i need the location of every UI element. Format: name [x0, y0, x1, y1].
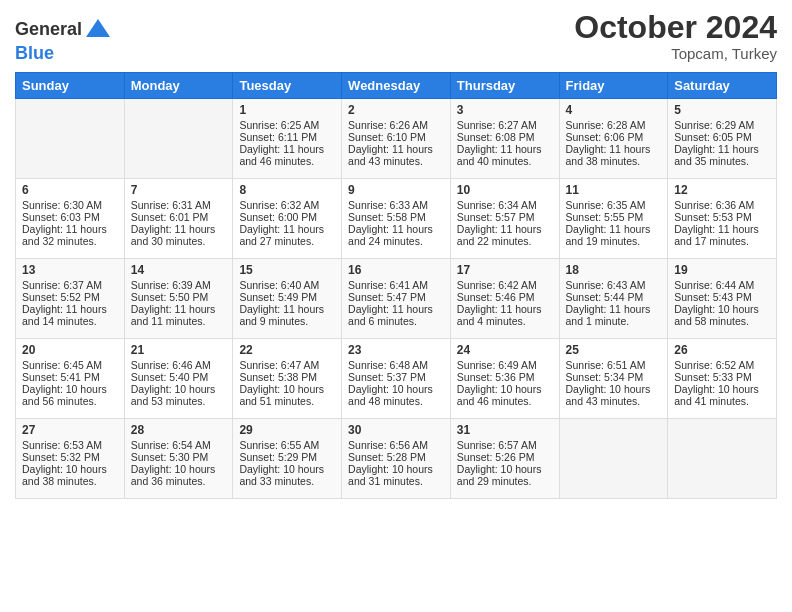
calendar-header-monday: Monday	[124, 73, 233, 99]
day-number: 10	[457, 183, 553, 197]
calendar-cell: 17Sunrise: 6:42 AMSunset: 5:46 PMDayligh…	[450, 259, 559, 339]
day-info: Sunrise: 6:39 AM	[131, 279, 227, 291]
day-info: Daylight: 11 hours and 38 minutes.	[566, 143, 662, 167]
day-info: Sunset: 5:49 PM	[239, 291, 335, 303]
day-info: Daylight: 11 hours and 17 minutes.	[674, 223, 770, 247]
day-info: Sunset: 5:40 PM	[131, 371, 227, 383]
day-info: Sunset: 5:50 PM	[131, 291, 227, 303]
day-info: Sunrise: 6:29 AM	[674, 119, 770, 131]
day-info: Sunrise: 6:53 AM	[22, 439, 118, 451]
day-info: Sunset: 5:57 PM	[457, 211, 553, 223]
day-info: Sunset: 5:47 PM	[348, 291, 444, 303]
day-info: Sunset: 5:44 PM	[566, 291, 662, 303]
day-number: 23	[348, 343, 444, 357]
calendar-cell: 29Sunrise: 6:55 AMSunset: 5:29 PMDayligh…	[233, 419, 342, 499]
day-info: Sunrise: 6:44 AM	[674, 279, 770, 291]
logo-general-text: General	[15, 19, 82, 40]
logo-icon	[84, 15, 112, 43]
calendar-week-2: 6Sunrise: 6:30 AMSunset: 6:03 PMDaylight…	[16, 179, 777, 259]
day-info: Daylight: 11 hours and 24 minutes.	[348, 223, 444, 247]
day-info: Daylight: 11 hours and 22 minutes.	[457, 223, 553, 247]
day-number: 27	[22, 423, 118, 437]
day-info: Daylight: 10 hours and 31 minutes.	[348, 463, 444, 487]
day-info: Sunrise: 6:34 AM	[457, 199, 553, 211]
calendar-cell: 27Sunrise: 6:53 AMSunset: 5:32 PMDayligh…	[16, 419, 125, 499]
day-info: Daylight: 11 hours and 32 minutes.	[22, 223, 118, 247]
day-info: Daylight: 11 hours and 46 minutes.	[239, 143, 335, 167]
day-info: Sunrise: 6:33 AM	[348, 199, 444, 211]
calendar-week-4: 20Sunrise: 6:45 AMSunset: 5:41 PMDayligh…	[16, 339, 777, 419]
day-info: Sunrise: 6:26 AM	[348, 119, 444, 131]
day-info: Sunrise: 6:43 AM	[566, 279, 662, 291]
day-number: 7	[131, 183, 227, 197]
day-number: 17	[457, 263, 553, 277]
calendar-cell	[559, 419, 668, 499]
day-number: 2	[348, 103, 444, 117]
day-info: Sunset: 5:37 PM	[348, 371, 444, 383]
day-info: Daylight: 11 hours and 19 minutes.	[566, 223, 662, 247]
calendar-week-1: 1Sunrise: 6:25 AMSunset: 6:11 PMDaylight…	[16, 99, 777, 179]
day-info: Daylight: 10 hours and 53 minutes.	[131, 383, 227, 407]
day-number: 6	[22, 183, 118, 197]
day-info: Sunset: 5:36 PM	[457, 371, 553, 383]
day-info: Sunrise: 6:45 AM	[22, 359, 118, 371]
calendar-cell: 30Sunrise: 6:56 AMSunset: 5:28 PMDayligh…	[342, 419, 451, 499]
calendar-cell: 15Sunrise: 6:40 AMSunset: 5:49 PMDayligh…	[233, 259, 342, 339]
day-number: 3	[457, 103, 553, 117]
day-number: 28	[131, 423, 227, 437]
day-number: 13	[22, 263, 118, 277]
calendar-cell: 26Sunrise: 6:52 AMSunset: 5:33 PMDayligh…	[668, 339, 777, 419]
day-info: Sunset: 6:05 PM	[674, 131, 770, 143]
day-info: Sunset: 5:26 PM	[457, 451, 553, 463]
day-info: Sunrise: 6:28 AM	[566, 119, 662, 131]
calendar-header-tuesday: Tuesday	[233, 73, 342, 99]
day-info: Daylight: 10 hours and 46 minutes.	[457, 383, 553, 407]
calendar-cell: 7Sunrise: 6:31 AMSunset: 6:01 PMDaylight…	[124, 179, 233, 259]
day-info: Sunset: 5:58 PM	[348, 211, 444, 223]
calendar-cell: 8Sunrise: 6:32 AMSunset: 6:00 PMDaylight…	[233, 179, 342, 259]
day-info: Sunset: 6:06 PM	[566, 131, 662, 143]
calendar-header-saturday: Saturday	[668, 73, 777, 99]
day-number: 25	[566, 343, 662, 357]
calendar-cell: 31Sunrise: 6:57 AMSunset: 5:26 PMDayligh…	[450, 419, 559, 499]
logo-blue-text: Blue	[15, 43, 54, 63]
calendar-cell: 10Sunrise: 6:34 AMSunset: 5:57 PMDayligh…	[450, 179, 559, 259]
calendar-week-5: 27Sunrise: 6:53 AMSunset: 5:32 PMDayligh…	[16, 419, 777, 499]
day-info: Sunset: 5:34 PM	[566, 371, 662, 383]
day-info: Daylight: 11 hours and 43 minutes.	[348, 143, 444, 167]
day-info: Daylight: 10 hours and 41 minutes.	[674, 383, 770, 407]
day-number: 20	[22, 343, 118, 357]
calendar-cell: 16Sunrise: 6:41 AMSunset: 5:47 PMDayligh…	[342, 259, 451, 339]
calendar-header-thursday: Thursday	[450, 73, 559, 99]
calendar-cell: 12Sunrise: 6:36 AMSunset: 5:53 PMDayligh…	[668, 179, 777, 259]
svg-marker-0	[86, 19, 110, 37]
day-info: Sunrise: 6:25 AM	[239, 119, 335, 131]
calendar-cell: 24Sunrise: 6:49 AMSunset: 5:36 PMDayligh…	[450, 339, 559, 419]
calendar-header-wednesday: Wednesday	[342, 73, 451, 99]
day-info: Daylight: 10 hours and 48 minutes.	[348, 383, 444, 407]
day-number: 8	[239, 183, 335, 197]
day-info: Sunrise: 6:56 AM	[348, 439, 444, 451]
day-info: Daylight: 11 hours and 1 minute.	[566, 303, 662, 327]
day-info: Sunrise: 6:27 AM	[457, 119, 553, 131]
calendar-cell: 2Sunrise: 6:26 AMSunset: 6:10 PMDaylight…	[342, 99, 451, 179]
calendar-cell	[16, 99, 125, 179]
day-number: 4	[566, 103, 662, 117]
day-info: Daylight: 10 hours and 33 minutes.	[239, 463, 335, 487]
calendar-header-friday: Friday	[559, 73, 668, 99]
day-number: 18	[566, 263, 662, 277]
day-info: Sunset: 5:30 PM	[131, 451, 227, 463]
day-info: Sunrise: 6:49 AM	[457, 359, 553, 371]
calendar-cell	[668, 419, 777, 499]
day-info: Sunset: 5:38 PM	[239, 371, 335, 383]
day-number: 22	[239, 343, 335, 357]
day-info: Sunrise: 6:32 AM	[239, 199, 335, 211]
day-number: 24	[457, 343, 553, 357]
day-info: Sunset: 5:52 PM	[22, 291, 118, 303]
calendar-header-row: SundayMondayTuesdayWednesdayThursdayFrid…	[16, 73, 777, 99]
day-info: Sunrise: 6:46 AM	[131, 359, 227, 371]
calendar-cell: 21Sunrise: 6:46 AMSunset: 5:40 PMDayligh…	[124, 339, 233, 419]
day-info: Daylight: 11 hours and 27 minutes.	[239, 223, 335, 247]
calendar-cell: 19Sunrise: 6:44 AMSunset: 5:43 PMDayligh…	[668, 259, 777, 339]
day-info: Sunrise: 6:36 AM	[674, 199, 770, 211]
